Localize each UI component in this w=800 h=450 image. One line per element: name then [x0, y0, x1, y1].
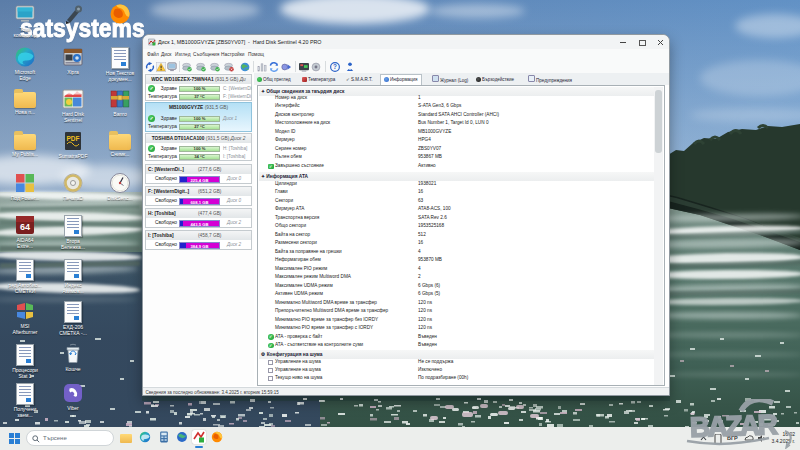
- svg-text:64: 64: [20, 222, 30, 232]
- svg-text:PDF: PDF: [67, 135, 80, 142]
- svg-text:?: ?: [333, 63, 337, 70]
